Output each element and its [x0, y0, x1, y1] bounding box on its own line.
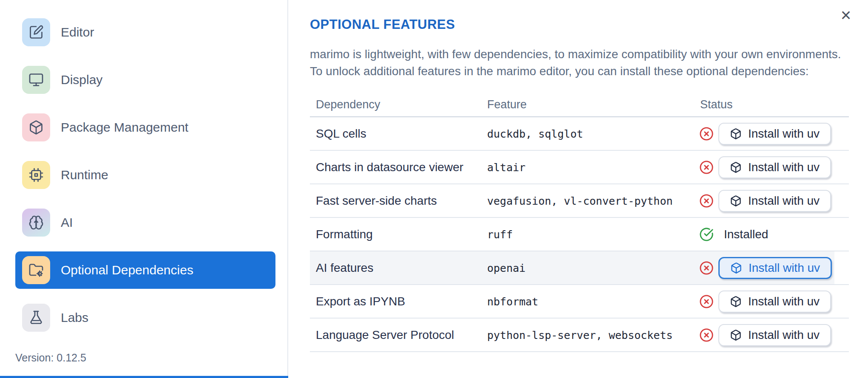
- status-missing-icon: [699, 294, 714, 309]
- install-button-label: Install with uv: [749, 261, 820, 275]
- package-icon-box: [22, 113, 50, 141]
- status-missing-icon: [699, 261, 714, 275]
- sidebar-item-package-management[interactable]: Package Management: [15, 109, 275, 146]
- cpu-icon: [28, 167, 44, 183]
- table-row: SQL cellsduckdb, sqlglotInstall with uv: [310, 117, 849, 151]
- description-line-1: marimo is lightweight, with few dependen…: [310, 46, 841, 63]
- sidebar-item-label: Optional Dependencies: [61, 263, 193, 277]
- feature-cell: nbformat: [487, 295, 538, 307]
- description-line-2: To unlock additional features in the mar…: [310, 63, 841, 80]
- circle-x-icon: [699, 160, 714, 175]
- dependency-cell: SQL cells: [316, 127, 366, 141]
- table-row: Charts in datasource vieweraltairInstall…: [310, 151, 849, 184]
- table-row: FormattingruffInstalled: [310, 218, 849, 251]
- package-icon: [28, 120, 44, 135]
- status-installed-icon: [699, 227, 714, 242]
- circle-x-icon: [699, 127, 714, 141]
- cube-icon: [730, 195, 742, 207]
- square-pen-icon-box: [22, 18, 50, 46]
- install-button-label: Install with uv: [748, 328, 820, 342]
- brain-icon-box: [22, 209, 50, 237]
- sidebar-item-editor[interactable]: Editor: [15, 14, 275, 51]
- install-button-label: Install with uv: [748, 295, 820, 308]
- table-row: AI featuresopenaiInstall with uv: [310, 251, 849, 285]
- cube-icon: [730, 296, 742, 307]
- optional-features-panel: × OPTIONAL FEATURES marimo is lightweigh…: [289, 0, 868, 378]
- cpu-icon-box: [22, 161, 50, 189]
- settings-sidebar: EditorDisplayPackage ManagementRuntimeAI…: [0, 0, 288, 378]
- status-missing-icon: [699, 160, 714, 175]
- version-label: Version: 0.12.5: [15, 352, 86, 364]
- column-header-dependency: Dependency: [316, 98, 380, 111]
- table-header-row: Dependency Feature Status: [310, 93, 849, 117]
- sidebar-item-optional-dependencies[interactable]: Optional Dependencies: [15, 251, 275, 289]
- sidebar-item-label: Editor: [61, 25, 94, 39]
- status-missing-icon: [699, 127, 714, 141]
- feature-cell: duckdb, sqlglot: [487, 127, 583, 140]
- sidebar-bottom-strip: [0, 376, 288, 378]
- feature-cell: vegafusion, vl-convert-python: [487, 195, 673, 207]
- table-row: Export as IPYNBnbformatInstall with uv: [310, 285, 849, 319]
- feature-cell: openai: [487, 262, 525, 274]
- panel-description: marimo is lightweight, with few dependen…: [310, 46, 841, 80]
- feature-cell: python-lsp-server, websockets: [487, 329, 673, 341]
- status-missing-icon: [699, 328, 714, 342]
- table-row: Fast server-side chartsvegafusion, vl-co…: [310, 184, 849, 218]
- sidebar-item-ai[interactable]: AI: [15, 204, 275, 241]
- sidebar-item-runtime[interactable]: Runtime: [15, 156, 275, 194]
- sidebar-item-label: Package Management: [61, 120, 188, 135]
- cube-icon: [730, 161, 742, 173]
- page-title: OPTIONAL FEATURES: [310, 17, 455, 32]
- square-pen-icon: [28, 25, 44, 40]
- install-button-label: Install with uv: [748, 161, 820, 174]
- feature-cell: altair: [487, 161, 525, 173]
- sidebar-item-label: Display: [61, 73, 102, 87]
- circle-x-icon: [699, 328, 714, 342]
- sidebar-item-label: AI: [61, 215, 73, 230]
- dependency-cell: Export as IPYNB: [316, 295, 405, 308]
- install-with-uv-button[interactable]: Install with uv: [718, 257, 832, 279]
- column-header-status: Status: [700, 98, 733, 111]
- circle-x-icon: [699, 294, 714, 309]
- install-with-uv-button[interactable]: Install with uv: [718, 123, 831, 145]
- column-header-feature: Feature: [487, 98, 527, 111]
- sidebar-item-display[interactable]: Display: [15, 61, 275, 99]
- install-with-uv-button[interactable]: Install with uv: [718, 156, 831, 178]
- dependency-cell: Charts in datasource viewer: [316, 161, 463, 174]
- install-with-uv-button[interactable]: Install with uv: [718, 324, 831, 346]
- sidebar-item-labs[interactable]: Labs: [15, 299, 275, 336]
- monitor-icon-box: [22, 66, 50, 94]
- monitor-icon: [28, 72, 44, 87]
- folder-cog-icon: [28, 262, 44, 278]
- install-button-label: Install with uv: [748, 194, 820, 208]
- sidebar-item-label: Labs: [61, 310, 88, 325]
- install-with-uv-button[interactable]: Install with uv: [718, 190, 831, 212]
- dependency-cell: Fast server-side charts: [316, 194, 437, 208]
- table-body: SQL cellsduckdb, sqlglotInstall with uvC…: [310, 117, 849, 352]
- close-icon[interactable]: ×: [836, 5, 856, 25]
- cube-icon: [730, 128, 742, 140]
- dependency-cell: Language Server Protocol: [316, 328, 454, 342]
- sidebar-item-label: Runtime: [61, 168, 108, 182]
- install-button-label: Install with uv: [748, 127, 820, 141]
- flask-icon: [28, 310, 44, 325]
- dependencies-table: Dependency Feature Status SQL cellsduckd…: [310, 93, 849, 352]
- install-with-uv-button[interactable]: Install with uv: [718, 291, 831, 313]
- dependency-cell: Formatting: [316, 228, 373, 241]
- cube-icon: [730, 329, 742, 341]
- status-missing-icon: [699, 194, 714, 208]
- flask-icon-box: [22, 304, 50, 332]
- circle-check-icon: [699, 227, 714, 242]
- circle-x-icon: [699, 194, 714, 208]
- circle-x-icon: [699, 261, 714, 275]
- feature-cell: ruff: [487, 228, 513, 240]
- folder-cog-icon-box: [22, 256, 50, 284]
- dependency-cell: AI features: [316, 261, 373, 275]
- brain-icon: [28, 215, 44, 230]
- cube-icon: [730, 262, 742, 274]
- installed-status-text: Installed: [724, 228, 768, 241]
- table-row: Language Server Protocolpython-lsp-serve…: [310, 319, 849, 352]
